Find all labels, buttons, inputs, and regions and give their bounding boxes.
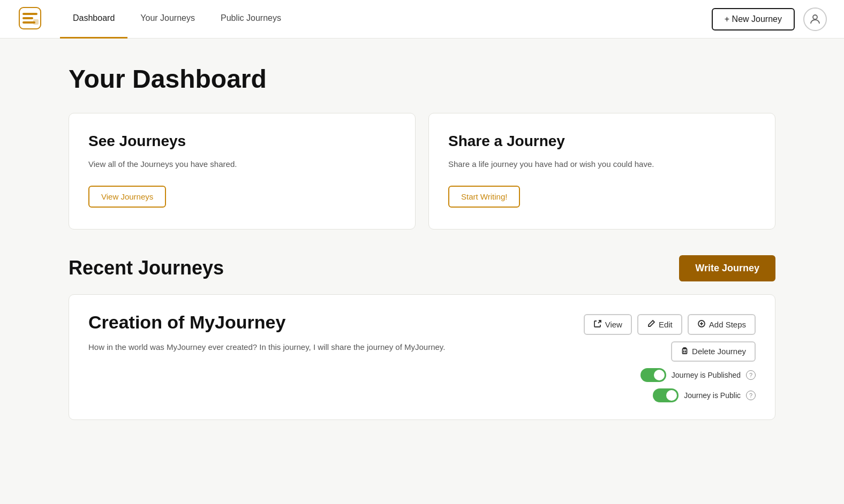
app-logo[interactable]: [17, 5, 60, 33]
nav-link-public-journeys[interactable]: Public Journeys: [208, 0, 294, 39]
share-journey-card: Share a Journey Share a life journey you…: [428, 113, 775, 230]
published-toggle-row: Journey is Published ?: [640, 368, 756, 382]
see-journeys-card: See Journeys View all of the Journeys yo…: [69, 113, 416, 230]
svg-rect-9: [683, 349, 687, 354]
nav-links: Dashboard Your Journeys Public Journeys: [60, 0, 712, 39]
share-journey-desc: Share a life journey you have had or wis…: [448, 158, 756, 171]
journey-title: Creation of MyJourney: [88, 312, 285, 333]
nav-link-your-journeys[interactable]: Your Journeys: [127, 0, 208, 39]
view-journey-button[interactable]: View: [584, 314, 632, 335]
delete-journey-button[interactable]: Delete Journey: [671, 341, 756, 362]
trash-icon: [681, 347, 689, 356]
journey-card-right: Delete Journey Journey is Published ? Jo…: [584, 341, 756, 402]
journey-card-top: Creation of MyJourney View: [88, 312, 756, 335]
journey-card-body: How in the world was MyJourney ever crea…: [88, 341, 756, 402]
add-steps-icon: [697, 319, 706, 330]
journey-card: Creation of MyJourney View: [69, 294, 775, 420]
published-toggle[interactable]: [640, 368, 666, 382]
public-help-icon[interactable]: ?: [746, 391, 756, 400]
edit-icon: [647, 319, 655, 330]
journey-card-left: How in the world was MyJourney ever crea…: [88, 341, 584, 366]
published-help-icon[interactable]: ?: [746, 370, 756, 380]
journey-desc: How in the world was MyJourney ever crea…: [88, 341, 570, 354]
add-steps-button[interactable]: Add Steps: [688, 314, 756, 335]
svg-rect-1: [22, 13, 37, 15]
svg-rect-2: [22, 17, 33, 19]
view-label: View: [605, 320, 622, 329]
public-toggle-row: Journey is Public ?: [653, 388, 756, 402]
view-icon: [593, 319, 602, 330]
published-label: Journey is Published: [672, 371, 741, 379]
main-content: Your Dashboard See Journeys View all of …: [47, 39, 797, 446]
page-title: Your Dashboard: [69, 64, 775, 94]
share-journey-title: Share a Journey: [448, 133, 756, 150]
add-steps-label: Add Steps: [709, 320, 746, 329]
nav-link-dashboard[interactable]: Dashboard: [60, 0, 127, 39]
delete-label: Delete Journey: [692, 347, 746, 356]
see-journeys-desc: View all of the Journeys you have shared…: [88, 158, 396, 171]
new-journey-button[interactable]: + New Journey: [712, 8, 795, 30]
recent-journeys-header: Recent Journeys Write Journey: [69, 255, 775, 281]
edit-journey-button[interactable]: Edit: [637, 314, 682, 335]
nav-right: + New Journey: [712, 7, 827, 31]
svg-point-5: [813, 15, 817, 19]
public-toggle[interactable]: [653, 388, 679, 402]
write-journey-button[interactable]: Write Journey: [679, 255, 775, 281]
dashboard-cards: See Journeys View all of the Journeys yo…: [69, 113, 775, 230]
journey-actions: View Edit: [584, 314, 756, 335]
svg-rect-4: [33, 19, 39, 25]
start-writing-button[interactable]: Start Writing!: [448, 186, 520, 208]
edit-label: Edit: [659, 320, 673, 329]
view-journeys-button[interactable]: View Journeys: [88, 186, 166, 208]
public-label: Journey is Public: [684, 391, 741, 400]
top-nav: Dashboard Your Journeys Public Journeys …: [0, 0, 844, 39]
see-journeys-title: See Journeys: [88, 133, 396, 150]
user-avatar-button[interactable]: [803, 7, 827, 31]
recent-journeys-title: Recent Journeys: [69, 257, 224, 279]
